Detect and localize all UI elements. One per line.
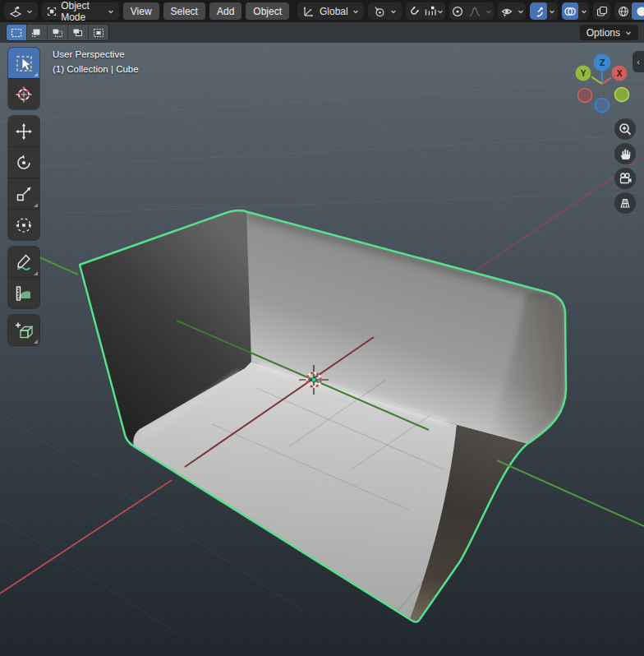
tool-move[interactable] — [8, 116, 39, 147]
gizmo-axis-x-positive[interactable]: X — [612, 66, 628, 81]
blender-window: Object Mode View Select Add Object Globa… — [0, 0, 644, 656]
breadcrumb: (1) Collection | Cube — [53, 64, 139, 74]
select-mode-subtract[interactable] — [48, 25, 68, 40]
menu-view[interactable]: View — [123, 2, 159, 20]
gizmo-x-label: X — [617, 69, 623, 78]
transform-orientation-dropdown[interactable]: Global — [297, 2, 364, 20]
navigation-gizmo[interactable]: Z Y X — [571, 49, 640, 115]
menu-object[interactable]: Object — [246, 2, 289, 20]
visibility-group — [498, 2, 526, 20]
editor-type-icon — [9, 5, 22, 18]
snap-increment-icon — [424, 5, 437, 18]
visibility-chevron[interactable] — [515, 2, 526, 20]
gizmo-axis-z-positive[interactable]: Z — [594, 54, 611, 72]
shading-solid-button[interactable] — [632, 2, 644, 20]
chevron-down-icon — [625, 30, 632, 36]
falloff-chevron[interactable] — [483, 2, 494, 20]
shading-group — [614, 2, 644, 20]
tool-add-cube[interactable] — [8, 315, 39, 345]
chevron-down-icon — [581, 8, 587, 15]
select-mode-group — [6, 24, 109, 41]
select-intersect-icon — [93, 28, 104, 38]
annotate-icon — [14, 252, 34, 272]
tool-transform[interactable] — [8, 210, 39, 240]
mode-dropdown[interactable]: Object Mode — [42, 2, 119, 20]
object-mode-icon — [47, 5, 57, 18]
gizmo-axis-y-negative[interactable] — [615, 88, 629, 102]
snap-toggle-button[interactable] — [406, 2, 423, 20]
chevron-left-icon: ‹ — [637, 57, 640, 67]
zoom-icon — [618, 122, 632, 136]
chevron-down-icon — [352, 8, 359, 15]
view-perspective-label: User Perspective — [53, 49, 125, 59]
viewport-3d-scene[interactable] — [0, 0, 644, 656]
gizmos-toggle[interactable] — [530, 2, 547, 20]
tool-measure[interactable] — [8, 278, 39, 308]
magnet-icon — [407, 5, 421, 18]
shading-wireframe-button[interactable] — [614, 2, 632, 20]
measure-icon — [14, 284, 34, 303]
chevron-down-icon — [26, 8, 33, 15]
options-dropdown[interactable]: Options — [580, 25, 638, 40]
xray-toggle[interactable] — [593, 2, 610, 20]
menu-object-label: Object — [253, 6, 282, 17]
tool-cursor[interactable] — [8, 79, 39, 109]
visibility-dropdown[interactable] — [498, 2, 515, 20]
menu-add-label: Add — [217, 6, 234, 17]
select-mode-set[interactable] — [7, 25, 27, 40]
gizmos-icon — [531, 5, 545, 18]
chevron-down-icon — [390, 8, 397, 15]
camera-view-button[interactable] — [614, 168, 636, 189]
tool-settings-bar: Options — [0, 22, 644, 43]
overlays-toggle[interactable] — [562, 2, 579, 20]
snap-group — [406, 2, 445, 20]
select-mode-intersect[interactable] — [89, 25, 108, 40]
chevron-down-icon — [485, 8, 492, 15]
tool-select-box[interactable] — [8, 48, 39, 79]
toolbar — [8, 48, 39, 352]
snap-target-dropdown[interactable] — [368, 2, 402, 20]
tool-rotate[interactable] — [8, 147, 39, 178]
scale-icon — [14, 184, 34, 204]
options-label: Options — [586, 27, 620, 39]
gizmo-axis-y-positive[interactable]: Y — [576, 66, 591, 81]
shading-solid-icon — [635, 5, 644, 18]
sidebar-collapse-tab[interactable]: ‹ — [632, 51, 644, 72]
xray-icon — [596, 5, 609, 18]
overlays-icon — [564, 5, 577, 18]
zoom-button[interactable] — [614, 118, 636, 140]
gizmo-axis-x-negative[interactable] — [578, 89, 592, 103]
select-set-icon — [11, 28, 22, 38]
falloff-curve-icon — [468, 5, 481, 18]
menu-select[interactable]: Select — [163, 2, 205, 20]
chevron-down-icon — [549, 8, 555, 15]
grid-icon — [618, 196, 632, 210]
select-mode-extend[interactable] — [27, 25, 48, 40]
gizmos-chevron[interactable] — [547, 2, 558, 20]
menu-add[interactable]: Add — [209, 2, 242, 20]
tool-scale[interactable] — [8, 178, 39, 210]
menu-select-label: Select — [171, 6, 198, 17]
cursor-tool-icon — [14, 85, 34, 104]
select-mode-invert[interactable] — [68, 25, 89, 40]
viewport-header: Object Mode View Select Add Object Globa… — [0, 0, 644, 22]
move-icon — [14, 122, 34, 141]
chevron-down-icon — [518, 8, 524, 15]
select-subtract-icon — [52, 28, 63, 38]
editor-type-dropdown[interactable] — [4, 2, 38, 20]
add-cube-icon — [14, 321, 34, 340]
chevron-down-icon — [108, 8, 114, 15]
gizmo-axis-z-negative[interactable] — [596, 99, 610, 113]
pan-button[interactable] — [614, 143, 636, 164]
transform-orientation-icon — [302, 5, 315, 18]
camera-icon — [618, 171, 632, 186]
falloff-dropdown[interactable] — [467, 2, 484, 20]
overlays-group — [562, 2, 590, 20]
gizmo-z-label: Z — [600, 58, 605, 67]
tool-annotate[interactable] — [8, 247, 39, 278]
overlays-chevron[interactable] — [578, 2, 589, 20]
orientation-label: Global — [320, 6, 348, 17]
orthographic-toggle-button[interactable] — [614, 192, 636, 214]
proportional-editing-toggle[interactable] — [449, 2, 467, 20]
snap-settings-dropdown[interactable] — [423, 2, 445, 20]
